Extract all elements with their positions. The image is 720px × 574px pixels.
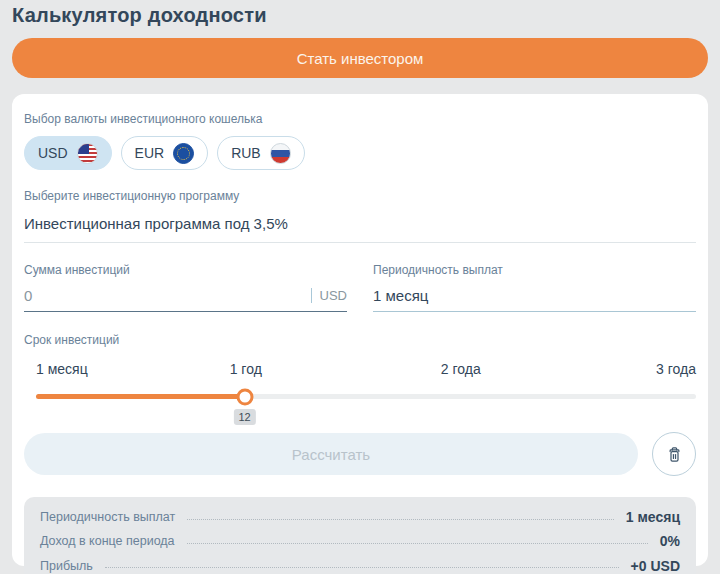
summary-row-value: 0% <box>660 533 680 549</box>
term-slider-value-badge: 12 <box>233 409 255 425</box>
term-slider: 12 <box>24 388 696 432</box>
summary-row-label: Прибыль <box>40 559 93 573</box>
summary-row-value: +0 USD <box>631 558 680 574</box>
term-slider-fill <box>36 394 245 399</box>
term-tick-1-month: 1 месяц <box>36 361 88 377</box>
dotted-leader <box>187 543 648 544</box>
currency-pill-usd[interactable]: USD <box>24 136 112 170</box>
currency-pill-rub-label: RUB <box>231 145 261 161</box>
summary-panel: Периодичность выплат 1 месяц Доход в кон… <box>24 497 696 574</box>
summary-row-label: Доход в конце периода <box>40 534 175 548</box>
program-select-label: Выберите инвестиционную программу <box>24 189 696 203</box>
program-select[interactable]: Инвестиционная программа под 3,5% <box>24 215 696 243</box>
term-tick-2-years: 2 года <box>441 361 481 377</box>
term-slider-ticks: 1 месяц 1 год 2 года 3 года <box>24 361 696 376</box>
dotted-leader <box>105 567 619 568</box>
ru-flag-icon <box>270 143 291 164</box>
amount-input[interactable] <box>24 287 311 304</box>
summary-row-label: Периодичность выплат <box>40 510 175 524</box>
amount-divider <box>311 288 312 303</box>
summary-row-value: 1 месяц <box>626 509 680 525</box>
term-slider-label: Срок инвестиций <box>24 333 696 347</box>
currency-pill-eur-label: EUR <box>135 145 165 161</box>
page-title: Калькулятор доходности <box>12 4 267 27</box>
amount-field-block: Сумма инвестиций USD <box>24 263 347 312</box>
frequency-select[interactable]: 1 месяц <box>373 287 696 312</box>
amount-currency-label: USD <box>320 288 347 303</box>
frequency-field-block: Периодичность выплат 1 месяц <box>373 263 696 312</box>
dotted-leader <box>187 519 614 520</box>
term-slider-track[interactable]: 12 <box>36 394 696 399</box>
summary-row-frequency: Периодичность выплат 1 месяц <box>40 509 680 525</box>
calculate-button[interactable]: Рассчитать <box>24 433 638 475</box>
currency-pill-rub[interactable]: RUB <box>217 136 305 170</box>
become-investor-button[interactable]: Стать инвестором <box>12 38 708 78</box>
summary-row-profit: Прибыль +0 USD <box>40 558 680 574</box>
term-tick-3-years: 3 года <box>656 361 696 377</box>
frequency-select-label: Периодичность выплат <box>373 263 696 277</box>
trash-icon <box>664 444 685 465</box>
currency-pill-eur[interactable]: EUR <box>121 136 209 170</box>
currency-pills: USD EUR RUB <box>24 136 696 170</box>
us-flag-icon <box>77 143 98 164</box>
summary-row-income: Доход в конце периода 0% <box>40 533 680 549</box>
eu-flag-icon <box>173 143 194 164</box>
reset-button[interactable] <box>652 432 696 476</box>
amount-field-label: Сумма инвестиций <box>24 263 347 277</box>
calculator-card: Выбор валюты инвестиционного кошелька US… <box>12 94 708 566</box>
currency-pill-usd-label: USD <box>38 145 68 161</box>
currency-section-label: Выбор валюты инвестиционного кошелька <box>24 112 696 126</box>
term-slider-thumb[interactable] <box>236 388 253 405</box>
become-investor-label: Стать инвестором <box>297 50 424 67</box>
term-tick-1-year: 1 год <box>230 361 262 377</box>
